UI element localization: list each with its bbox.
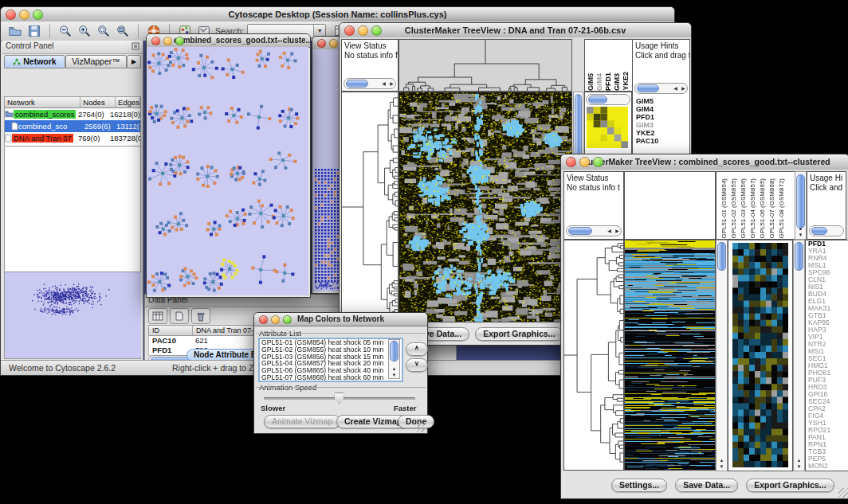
gene-label[interactable]: GIM5 xyxy=(636,97,658,105)
close-button[interactable] xyxy=(566,157,576,167)
gene-label[interactable]: GIM3 xyxy=(636,121,658,129)
hscrollbar[interactable] xyxy=(586,94,630,105)
minimize-button[interactable] xyxy=(163,37,172,45)
titlebar[interactable]: combined_scores_good.txt--cluste... xyxy=(147,34,310,48)
float-panel-icon[interactable] xyxy=(132,42,139,50)
scroll-up-arrow[interactable]: ▲ xyxy=(794,457,804,463)
row-dendrogram-canvas[interactable] xyxy=(341,92,398,322)
scrollbar-thumb[interactable] xyxy=(346,80,368,88)
scroll-up-arrow[interactable]: ▲ xyxy=(795,225,806,232)
close-button[interactable] xyxy=(344,25,355,36)
scrollbar-thumb[interactable] xyxy=(811,227,827,235)
column-labels-vscrollbar[interactable]: ▲ ▼ xyxy=(795,171,807,240)
gene-label[interactable]: MON2 xyxy=(808,463,848,470)
minimize-button[interactable] xyxy=(358,25,368,36)
attribute-item[interactable]: GPL51-07 (GSM868) heat shock 60 min xyxy=(260,374,402,381)
move-up-button[interactable]: ∧ xyxy=(406,342,428,356)
resize-grip[interactable] xyxy=(838,488,848,498)
zoom-heatmap-canvas[interactable] xyxy=(732,243,788,467)
detail-vscrollbar[interactable]: ▲ ▼ xyxy=(793,240,805,471)
scrollbar-thumb[interactable] xyxy=(637,84,659,92)
scroll-down-arrow[interactable]: ▼ xyxy=(389,372,399,378)
speed-slider-thumb[interactable] xyxy=(334,393,344,404)
attribute-listbox[interactable]: GPL51-01 (GSM854) heat shock 05 minGPL51… xyxy=(258,338,403,382)
scrollbar-thumb[interactable] xyxy=(588,96,607,104)
col-edges[interactable]: Edges xyxy=(116,97,140,107)
scrollbar-thumb[interactable] xyxy=(568,227,592,235)
close-button[interactable] xyxy=(317,39,326,48)
gene-label[interactable]: PAC10 xyxy=(636,137,658,145)
titlebar[interactable]: Map Colors to Network xyxy=(254,313,427,326)
scroll-up-arrow[interactable]: ▲ xyxy=(389,365,399,372)
close-button[interactable] xyxy=(6,10,16,20)
scrollbar-thumb[interactable] xyxy=(390,341,398,361)
tab-overflow-arrow[interactable]: ▶ xyxy=(127,55,141,68)
animate-vizmap-button[interactable]: Animate Vizmap xyxy=(264,415,340,428)
hscrollbar[interactable] xyxy=(809,225,844,236)
col-nodes[interactable]: Nodes xyxy=(80,97,116,107)
heatmap-vscrollbar[interactable]: ▲ ▼ xyxy=(716,240,728,471)
minimize-button[interactable] xyxy=(579,157,590,167)
network-row-selected[interactable]: combined_sco 2569(6) 13112(15) xyxy=(4,120,141,132)
move-down-button[interactable]: ∨ xyxy=(406,358,428,372)
scroll-down-arrow[interactable]: ▼ xyxy=(716,463,727,470)
minimize-button[interactable] xyxy=(329,39,338,48)
zoom-window-button[interactable] xyxy=(371,25,382,36)
scrollbar-thumb[interactable] xyxy=(717,242,726,271)
open-file-icon[interactable] xyxy=(7,23,23,39)
gene-label[interactable]: GIM4 xyxy=(636,105,658,113)
zoom-window-button[interactable] xyxy=(33,10,43,20)
delete-attribute-icon[interactable] xyxy=(191,308,210,324)
hscrollbar[interactable]: ◀ ▶ xyxy=(566,225,622,236)
zoom-window-button[interactable] xyxy=(283,315,292,324)
heatmap-canvas[interactable] xyxy=(624,240,716,471)
save-icon[interactable] xyxy=(26,23,42,39)
titlebar[interactable]: ClusterMaker TreeView : combined_scores_… xyxy=(561,154,848,170)
scrollbar-thumb[interactable] xyxy=(796,174,805,229)
zoom-matrix-canvas[interactable] xyxy=(587,107,628,148)
gene-label[interactable]: PFD1 xyxy=(636,113,658,121)
attribute-select-icon[interactable] xyxy=(148,308,167,324)
zoom-in-icon[interactable] xyxy=(77,23,92,39)
new-attribute-icon[interactable] xyxy=(170,308,189,324)
scrollbar-thumb[interactable] xyxy=(795,242,803,271)
network-overview-thumbnail[interactable] xyxy=(4,272,141,359)
network-row[interactable]: combined_scores 2764(0) 16218(0) xyxy=(4,108,141,120)
zoom-fit-icon[interactable] xyxy=(115,23,131,39)
minimize-button[interactable] xyxy=(271,315,280,324)
tab-vizmapper[interactable]: VizMapper™ xyxy=(65,55,127,68)
treeview-button[interactable]: Export Graphics... xyxy=(475,327,563,341)
scroll-left-arrow[interactable]: ◀ xyxy=(672,84,679,93)
main-titlebar[interactable]: Cytoscape Desktop (Session Name: collins… xyxy=(1,7,674,22)
hscrollbar[interactable]: ◀ ▶ xyxy=(634,83,688,94)
network-row[interactable]: DNA and Tran 07 769(0) 183728(0) xyxy=(4,132,141,144)
scroll-left-arrow[interactable]: ◀ xyxy=(380,79,387,88)
heatmap-canvas[interactable] xyxy=(398,92,572,322)
treeview-button[interactable]: Save Data... xyxy=(675,479,738,492)
column-tree-panel[interactable] xyxy=(624,171,716,240)
listbox-vscrollbar[interactable]: ▲ ▼ xyxy=(388,339,400,379)
scroll-down-arrow[interactable]: ▼ xyxy=(794,463,804,470)
zoom-selected-icon[interactable] xyxy=(96,23,112,39)
zoom-out-icon[interactable] xyxy=(57,23,73,39)
scroll-left-arrow[interactable]: ◀ xyxy=(606,226,613,236)
col-id[interactable]: ID xyxy=(149,326,193,335)
treeview-button[interactable]: Export Graphics... xyxy=(746,479,834,492)
scroll-right-arrow[interactable]: ▶ xyxy=(388,79,395,88)
zoom-window-button[interactable] xyxy=(175,37,184,45)
titlebar[interactable]: ClusterMaker TreeView : DNA and Tran 07-… xyxy=(340,23,691,38)
zoom-window-button[interactable] xyxy=(593,157,603,167)
tab-network[interactable]: Network xyxy=(4,55,65,68)
gene-label[interactable]: YKE2 xyxy=(636,129,658,137)
scroll-down-arrow[interactable]: ▼ xyxy=(795,232,806,238)
treeview-button[interactable]: Settings... xyxy=(611,479,667,492)
col-network[interactable]: Network xyxy=(5,97,80,107)
row-dendrogram-canvas[interactable] xyxy=(563,240,624,471)
minimize-button[interactable] xyxy=(19,10,29,20)
network-view-canvas[interactable] xyxy=(147,47,308,295)
close-button[interactable] xyxy=(259,315,268,324)
close-button[interactable] xyxy=(151,37,160,45)
scroll-up-arrow[interactable]: ▲ xyxy=(716,457,727,463)
hscrollbar[interactable]: ◀ ▶ xyxy=(344,78,396,89)
column-dendrogram-canvas[interactable] xyxy=(398,39,572,92)
